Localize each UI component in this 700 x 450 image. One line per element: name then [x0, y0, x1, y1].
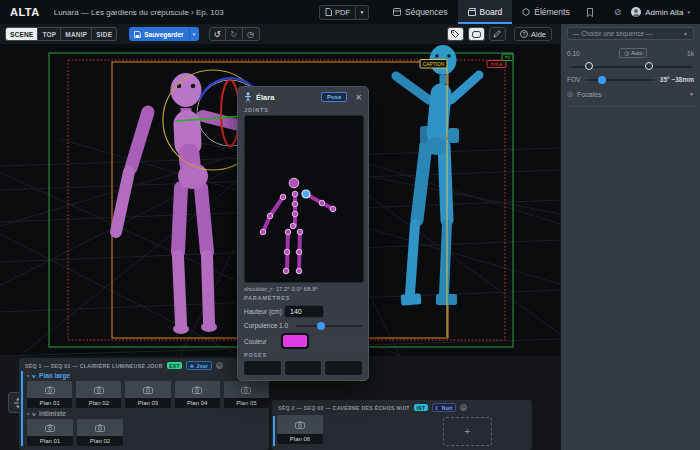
track-plan-large[interactable]: ●∨Plan large: [27, 372, 269, 379]
corpulence-slider[interactable]: [296, 325, 362, 327]
rounded-rect-icon: [472, 31, 481, 38]
corpulence-slider-handle[interactable]: [317, 322, 325, 330]
plan-thumbnail[interactable]: Plan 02: [77, 419, 123, 446]
pdf-button[interactable]: PDF: [319, 5, 356, 20]
joints-viewport[interactable]: [244, 115, 364, 283]
sequences-icon: [393, 8, 401, 16]
bookmark-icon[interactable]: [586, 8, 594, 17]
tab-board[interactable]: Board: [458, 0, 513, 24]
help-button[interactable]: ? Aide: [514, 27, 552, 41]
save-button[interactable]: Sauvegarder: [129, 27, 188, 41]
view-side-button[interactable]: SIDE: [92, 27, 117, 41]
sidebar: — Choisir une séquence — ▼ 0.10 ◷ Auto 1…: [560, 24, 700, 450]
tab-sequences[interactable]: Séquences: [383, 0, 458, 24]
view-top-button[interactable]: TOP: [38, 27, 61, 41]
fov-slider-handle[interactable]: [598, 76, 606, 84]
bullet-icon: ●: [27, 411, 29, 416]
pdf-caret-button[interactable]: ▼: [356, 5, 369, 20]
offline-icon[interactable]: ⊘: [614, 7, 622, 17]
title-label: TITLE: [491, 62, 503, 67]
character-elara[interactable]: [116, 73, 250, 334]
corpulence-label: Corpulence 1.0: [244, 322, 288, 329]
hauteur-label: Hauteur (cm): [244, 308, 282, 315]
bullet-icon: ●: [27, 373, 29, 378]
fov-slider[interactable]: [586, 79, 653, 81]
main-nav: Séquences Board Éléments: [383, 0, 580, 24]
jour-badge: ☀ Jour: [186, 361, 212, 370]
chevron-down-icon: ∨: [32, 373, 37, 379]
ext-badge: EXT: [167, 362, 183, 369]
camera-icon: [241, 386, 251, 394]
ratio-label: TV: [505, 55, 511, 60]
plan-thumbnail[interactable]: Plan 05: [224, 381, 269, 408]
camera-icon: [95, 424, 105, 432]
view-mode-group: SCENE TOP MANIP SIDE: [5, 27, 117, 41]
breadcrumb: Lunara — Les gardiens du crépuscule › Ep…: [54, 8, 224, 17]
lens-icon: ◎: [567, 90, 573, 98]
plan-thumbnail[interactable]: Plan 04: [175, 381, 220, 408]
range-slider-handle-min[interactable]: [585, 62, 593, 70]
plan-thumbnail[interactable]: Plan 01: [27, 419, 73, 446]
shape-tool-button[interactable]: [468, 27, 485, 41]
add-plan-icon[interactable]: ⊕: [216, 362, 223, 369]
save-caret-button[interactable]: ▼: [189, 27, 199, 41]
auto-toggle[interactable]: ◷ Auto: [619, 48, 647, 58]
plan-thumbnail[interactable]: Plan 01: [27, 381, 72, 408]
plan-thumbnail[interactable]: Plan 06: [277, 415, 323, 444]
range-row: 0.10 ◷ Auto 1k: [567, 48, 694, 58]
joints-section-label: JOINTS: [244, 107, 362, 113]
add-plan-button[interactable]: +: [443, 417, 492, 446]
history-button[interactable]: ◷: [243, 27, 260, 41]
sequence-select[interactable]: — Choisir une séquence — ▼: [567, 27, 694, 40]
focales-row[interactable]: ◎ Focales ▼: [567, 90, 694, 107]
joint-status: shoulder_r: 17.2° 0.0° 68.8°: [244, 286, 362, 292]
seq1-title: SÉQ 1 — SEQ 01 — CLAIRIÈRE LUMINEUSE JOU…: [25, 363, 163, 369]
int-badge: INT: [414, 404, 428, 411]
selected-seq-indicator: [21, 371, 23, 446]
add-plan-icon[interactable]: ⊕: [460, 404, 467, 411]
chevron-down-icon: ▼: [689, 91, 694, 97]
poses-section-label: POSES: [244, 352, 362, 358]
view-scene-button[interactable]: SCENE: [5, 27, 38, 41]
range-slider-handle-max[interactable]: [645, 62, 653, 70]
pose-button[interactable]: Pose: [321, 92, 347, 102]
params-section-label: PARAMÈTRES: [244, 295, 362, 301]
couleur-swatch[interactable]: [281, 333, 309, 349]
avatar: [631, 7, 641, 17]
seq2-title: SÉQ 2 — SEQ 02 — CAVERNE DES ÉCHOS NUIT: [278, 405, 410, 411]
panel-title: Élara: [256, 93, 274, 102]
redo-button[interactable]: ↻: [226, 27, 243, 41]
selected-joint[interactable]: [302, 190, 310, 198]
hauteur-input[interactable]: [284, 305, 324, 318]
pose-slot[interactable]: [285, 361, 322, 375]
undo-button[interactable]: ↺: [209, 27, 226, 41]
board-icon: [468, 8, 476, 16]
draw-tool-button[interactable]: [489, 27, 506, 41]
app: ALTA Lunara — Les gardiens du crépuscule…: [0, 0, 700, 450]
close-icon[interactable]: ✕: [355, 93, 362, 102]
caption-label: CAPTION: [423, 62, 445, 67]
tab-elements[interactable]: Éléments: [512, 0, 579, 24]
app-logo: ALTA: [10, 6, 40, 18]
user-menu[interactable]: Admin Alta ▾: [631, 7, 690, 17]
camera-icon: [45, 386, 55, 394]
selected-plan-indicator: [273, 416, 275, 446]
puppet-icon: [244, 92, 252, 102]
view-manip-button[interactable]: MANIP: [61, 27, 92, 41]
nuit-badge: ☾ Nuit: [432, 403, 456, 412]
panel-titlebar[interactable]: Élara Pose ✕: [244, 90, 362, 104]
fov-row: FOV 35° ~38mm: [567, 76, 694, 83]
track-intimiste[interactable]: ●∨Intimiste: [27, 410, 269, 417]
pose-slot[interactable]: [244, 361, 281, 375]
pencil-icon: [493, 30, 501, 38]
couleur-label: Couleur: [244, 338, 267, 345]
question-icon: ?: [520, 30, 528, 38]
plan-thumbnail[interactable]: Plan 02: [76, 381, 121, 408]
annotate-tag-button[interactable]: [447, 27, 464, 41]
elements-icon: [522, 8, 530, 16]
pose-slot[interactable]: [325, 361, 362, 375]
plan-thumbnail[interactable]: Plan 03: [125, 381, 170, 408]
camera-icon: [143, 386, 153, 394]
fov-label: FOV: [567, 76, 580, 83]
sequence-card-2: SÉQ 2 — SEQ 02 — CAVERNE DES ÉCHOS NUIT …: [272, 400, 532, 450]
